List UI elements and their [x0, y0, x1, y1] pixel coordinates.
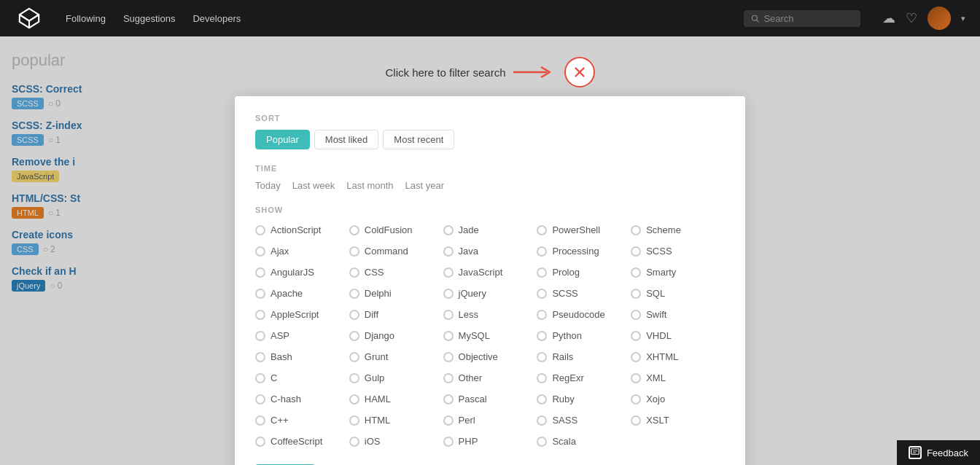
site-logo[interactable]: [15, 4, 44, 33]
language-radio: [537, 246, 547, 257]
language-item[interactable]: Processing: [537, 243, 631, 259]
language-item[interactable]: XHTML: [631, 348, 725, 365]
language-item[interactable]: C++: [255, 412, 349, 429]
language-item[interactable]: jQuery: [443, 285, 537, 302]
language-item[interactable]: Prolog: [537, 264, 631, 281]
language-item[interactable]: Swift: [631, 306, 725, 323]
language-radio: [631, 225, 641, 235]
sort-popular-button[interactable]: Popular: [255, 130, 310, 149]
language-item[interactable]: Gulp: [349, 370, 443, 386]
language-item[interactable]: XSLT: [631, 412, 725, 429]
language-item[interactable]: Java: [443, 243, 537, 259]
language-radio: [537, 310, 547, 320]
language-item[interactable]: Smarty: [631, 264, 725, 281]
language-item[interactable]: iOS: [349, 433, 443, 450]
close-filter-button[interactable]: [564, 57, 595, 87]
language-item[interactable]: Django: [349, 327, 443, 344]
language-label: SCSS: [552, 288, 578, 299]
language-item[interactable]: Pseudocode: [537, 306, 631, 323]
language-item[interactable]: RegExr: [537, 370, 631, 386]
cloud-icon[interactable]: ☁: [882, 10, 895, 26]
language-radio: [255, 225, 265, 235]
language-item[interactable]: Ajax: [255, 243, 349, 259]
language-label: Pascal: [459, 394, 487, 405]
language-item[interactable]: SCSS: [631, 243, 725, 259]
time-last-month[interactable]: Last month: [346, 180, 393, 191]
language-item[interactable]: Pascal: [443, 391, 537, 407]
search-input[interactable]: [763, 13, 853, 24]
language-item[interactable]: Diff: [349, 306, 443, 323]
language-item[interactable]: Other: [443, 370, 537, 386]
bell-icon[interactable]: ♡: [906, 10, 917, 26]
language-item[interactable]: Less: [443, 306, 537, 323]
language-item[interactable]: HTML: [349, 412, 443, 429]
language-radio: [443, 267, 454, 278]
language-item[interactable]: AppleScript: [255, 306, 349, 323]
language-item[interactable]: Rails: [537, 348, 631, 365]
language-item[interactable]: Ruby: [537, 391, 631, 407]
language-label: Java: [459, 246, 478, 257]
time-today[interactable]: Today: [255, 180, 281, 191]
language-item[interactable]: Objective: [443, 348, 537, 365]
time-last-year[interactable]: Last year: [405, 180, 444, 191]
svg-rect-7: [911, 449, 919, 455]
language-item[interactable]: PowerShell: [537, 222, 631, 238]
language-item[interactable]: ASP: [255, 327, 349, 344]
time-label: TIME: [255, 164, 725, 173]
language-label: PowerShell: [552, 224, 600, 235]
nav-following[interactable]: Following: [66, 13, 106, 24]
language-label: Objective: [459, 351, 498, 362]
language-item[interactable]: VHDL: [631, 327, 725, 344]
language-item[interactable]: MySQL: [443, 327, 537, 344]
language-item[interactable]: ActionScript: [255, 222, 349, 238]
language-label: Processing: [552, 246, 599, 257]
language-item[interactable]: HAML: [349, 391, 443, 407]
language-item[interactable]: Scala: [537, 433, 631, 450]
language-label: CSS: [365, 267, 384, 278]
language-item[interactable]: C: [255, 370, 349, 386]
language-item[interactable]: Perl: [443, 412, 537, 429]
language-item[interactable]: CoffeeScript: [255, 433, 349, 450]
language-item[interactable]: Xojo: [631, 391, 725, 407]
language-label: Less: [459, 309, 478, 320]
language-radio: [443, 352, 454, 362]
avatar[interactable]: [928, 7, 951, 30]
language-item[interactable]: PHP: [443, 433, 537, 450]
time-last-week[interactable]: Last week: [292, 180, 335, 191]
language-item[interactable]: C-hash: [255, 391, 349, 407]
language-label: Gulp: [365, 372, 384, 383]
sort-most-liked-button[interactable]: Most liked: [314, 130, 379, 149]
nav-suggestions[interactable]: Suggestions: [123, 13, 176, 24]
navbar: Following Suggestions Developers ☁ ♡ ▾: [0, 0, 980, 36]
language-item[interactable]: Grunt: [349, 348, 443, 365]
language-item[interactable]: XML: [631, 370, 725, 386]
nav-developers[interactable]: Developers: [192, 13, 241, 24]
language-radio: [443, 225, 454, 235]
language-radio: [349, 225, 359, 235]
language-label: Ajax: [271, 246, 289, 257]
language-radio: [255, 394, 265, 405]
show-section: SHOW ActionScriptColdFusionJadePowerShel…: [255, 206, 725, 450]
language-item[interactable]: Delphi: [349, 285, 443, 302]
language-label: Scala: [552, 436, 576, 447]
feedback-button[interactable]: Feedback: [897, 440, 980, 465]
language-item[interactable]: CSS: [349, 264, 443, 281]
page-body: popular SCSS: Correct SCSS ○ 0 SCSS: Z-i…: [0, 36, 980, 465]
language-item[interactable]: Jade: [443, 222, 537, 238]
language-radio: [349, 289, 359, 299]
language-item[interactable]: Command: [349, 243, 443, 259]
language-item[interactable]: AngularJS: [255, 264, 349, 281]
language-item[interactable]: ColdFusion: [349, 222, 443, 238]
language-item[interactable]: JavaScript: [443, 264, 537, 281]
language-item[interactable]: SQL: [631, 285, 725, 302]
language-item[interactable]: Python: [537, 327, 631, 344]
language-item[interactable]: SCSS: [537, 285, 631, 302]
language-item[interactable]: Bash: [255, 348, 349, 365]
chevron-down-icon[interactable]: ▾: [961, 14, 965, 23]
language-item[interactable]: Apache: [255, 285, 349, 302]
language-item[interactable]: Scheme: [631, 222, 725, 238]
language-label: AngularJS: [271, 267, 314, 278]
language-radio: [631, 415, 641, 426]
language-item[interactable]: SASS: [537, 412, 631, 429]
sort-most-recent-button[interactable]: Most recent: [383, 130, 454, 149]
